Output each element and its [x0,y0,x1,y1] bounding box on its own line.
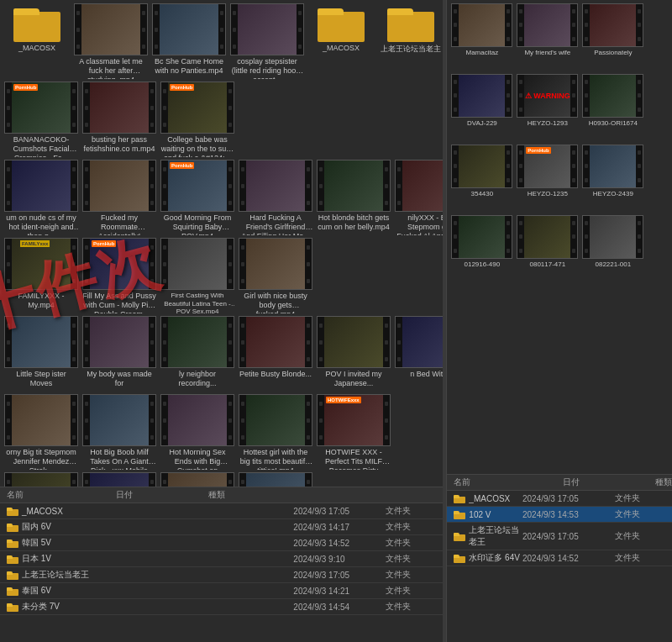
folder-icon [318,5,365,42]
my-friends-wife-item[interactable]: My friend's wife [81,472,157,487]
thumb-item[interactable]: Petite Busty Blonde... [238,316,313,392]
thumb-label: Hot Morning Sex Ends with Big Cumshot on… [160,448,234,470]
folder-laowang-1[interactable]: 上老王论坛当老主 [377,3,443,56]
folder-icon [387,5,434,42]
thumb-item[interactable]: Hottest girl with the big tits most beau… [238,394,313,470]
right-col-name-header: 名前 [454,476,563,488]
file-name: 韓国 5V [22,537,293,549]
right-file-row-selected[interactable]: 102 V 2024/9/3 14:53 文件夹 [447,507,672,523]
pornhub-badge-right: PornHub [526,147,550,154]
thumb-item[interactable]: Girl with nice busty body gets fucked.mp… [238,238,313,313]
thumb-item[interactable]: Fucked my Roommate Accidentally! Girlfri… [81,160,157,235]
thumb-item[interactable]: FAMILYxxx FAMILYXXX - My.mp4 [3,238,79,313]
thumb-item[interactable]: Bc She Came Home with no Panties.mp4 [151,3,227,79]
file-type: 文件夹 [386,521,436,533]
thumb-item[interactable]: HOTWIFExxx HOTWIFE XXX - Perfect Tits MI… [316,394,391,470]
file-date: 2024/9/3 14:53 [522,510,615,519]
right-file-list: 名前 日付 種類 _MACOSX 2024/9/3 17:05 文件夹 102 … [447,474,672,642]
right-thumb-label: 080117-471 [529,260,565,282]
thumb-label: cosplay stepsister (little red riding ho… [230,57,304,79]
thumb-item[interactable]: um on nude cs of my hot ident-neigh and … [3,160,79,235]
file-row[interactable]: _MACOSX 2024/9/3 17:05 文件夹 [0,503,443,519]
thumb-item[interactable]: Hot Morning Sex Ends with Big Cumshot on… [160,394,235,470]
right-thumb-item[interactable]: HEYZO-2439 [581,145,644,212]
folder-icon [7,506,18,516]
file-type: 文件夹 [386,553,436,565]
file-name: 上老王论坛当老王 [22,569,293,581]
thumb-item[interactable]: Little Step ister Moves [3,316,79,392]
right-thumb-label: HEYZO-1235 [528,190,568,212]
right-thumb-item[interactable]: 354430 [450,145,513,212]
thumb-item[interactable]: Hot blonde bitch gets cum on her belly.m… [316,160,391,235]
thumb-label: n Bed With... [410,370,443,392]
thumb-img [152,3,226,55]
thumb-item[interactable]: PornHub College babe was waiting on the … [160,82,235,157]
file-type: 文件夹 [386,569,436,581]
thumb-label: POV I invited my Japanese... [317,370,391,392]
right-file-row[interactable]: 水印证多 64V 2024/9/3 14:52 文件夹 [447,550,672,566]
thumb-item[interactable]: cosplay stepsister (little red riding ho… [229,3,305,79]
folder-macosx-2[interactable]: _MACOSX [307,3,375,54]
thumb-label: College babe was waiting on the to suck … [160,135,234,157]
thumb-label: Good Morning From Squirting Baby POV.mp4 [160,213,234,235]
file-row[interactable]: 未分类 7V 2024/9/3 14:54 文件夹 [0,599,443,615]
file-type: 文件夹 [615,552,665,564]
thumb-label: busting her pass fetishshine.co m.mp4 [82,135,156,157]
right-thumb-item[interactable]: DVAJ-229 [450,74,513,141]
right-file-row[interactable]: _MACOSX 2024/9/3 17:05 文件夹 [447,491,672,507]
file-name: 日本 1V [22,553,293,565]
folder-icon [7,586,18,596]
thumb-item[interactable]: nilyXXX - Big t Stepmom gets Fucked Al A… [394,160,443,235]
file-row[interactable]: 韓国 5V 2024/9/3 14:52 文件夹 [0,535,443,551]
right-col-type-header: 種類 [655,476,672,488]
file-date: 2024/9/3 14:17 [293,523,386,532]
thumb-item[interactable]: My body was made for [81,316,157,392]
file-row[interactable]: 泰国 6V 2024/9/3 14:21 文件夹 [0,583,443,599]
right-thumb-item[interactable]: Mamacitaz [450,3,513,71]
petite18-item[interactable]: Petite 18 Year [238,472,313,487]
pornhub-badge: PornHub [170,84,194,91]
right-thumb-item[interactable]: PornHub HEYZO-1235 [516,145,579,212]
thumb-item[interactable]: n Bed With... [394,316,443,392]
thumb-item[interactable]: Hot Big Boob Milf Takes On A Giant Dick … [81,394,157,470]
right-thumb-label: H0930-ORI1674 [589,119,638,141]
thumb-item[interactable]: PornHub Good Morning From Squirting Baby… [160,160,235,235]
right-thumb-item[interactable]: 080117-471 [516,215,579,282]
grid-row-mamacitaz: Mamacitaz My friend's wife Passionately … [3,472,439,487]
thumb-label: nilyXXX - Big t Stepmom gets Fucked Al A… [395,213,443,235]
thumb-item[interactable]: POV I invited my Japanese... [316,316,391,392]
familyxxx-badge: FAMILYxxx [20,240,50,247]
file-row[interactable]: 国内 6V 2024/9/3 14:17 文件夹 [0,519,443,535]
thumb-label: FAMILYXXX - My.mp4 [4,292,78,313]
thumb-item[interactable]: busting her pass fetishshine.co m.mp4 [81,82,157,157]
pornhub-badge: PornHub [13,84,38,91]
thumb-item[interactable]: A classmate let me fuck her after studyi… [73,3,149,79]
thumb-item[interactable]: PornHub BANANACOKO- Cumshots Facial Crem… [3,82,79,157]
file-type: 文件夹 [615,508,665,520]
thumb-item[interactable]: PornHub Fill My Ass and Pussy with Cum -… [81,238,157,313]
file-row[interactable]: 日本 1V 2024/9/3 9:10 文件夹 [0,551,443,567]
thumb-label: Fucked my Roommate Accidentally! Girlfri… [82,213,156,235]
thumb-item[interactable]: orny Big tit Stepmom Jennifer Mendez Str… [3,394,79,470]
file-name: 国内 6V [22,521,293,533]
passionately-item[interactable]: Passionately [160,472,235,487]
thumb-item[interactable]: ly neighbor recording... [160,316,235,392]
right-thumb-item[interactable]: H0930-ORI1674 [581,74,644,141]
thumb-img [74,3,148,55]
file-date: 2024/9/3 17:05 [293,507,386,516]
file-name: _MACOSX [469,494,522,503]
thumb-item[interactable]: Hard Fucking A Friend's Girlfriend And F… [238,160,313,235]
file-date: 2024/9/3 14:21 [293,587,386,596]
right-thumb-item[interactable]: ⚠ WARNING HEYZO-1293 [516,74,579,141]
right-thumb-label: 082221-001 [595,260,631,282]
file-date: 2024/9/3 17:05 [522,494,615,503]
right-thumb-item[interactable]: Passionately [581,3,644,71]
right-thumb-item[interactable]: 082221-001 [581,215,644,282]
right-thumb-item[interactable]: My friend's wife [516,3,579,71]
file-row[interactable]: 上老王论坛当老王 2024/9/3 17:05 文件夹 [0,567,443,583]
thumb-item[interactable]: First Casting With Beautiful Latina Teen… [160,238,235,313]
mamacitaz-item[interactable]: Mamacitaz [3,472,79,487]
right-file-row[interactable]: 上老王论坛当老王 2024/9/3 17:05 文件夹 [447,523,672,550]
right-thumb-item[interactable]: 012916-490 [450,215,513,282]
folder-macosx-1[interactable]: _MACOSX [3,3,71,54]
